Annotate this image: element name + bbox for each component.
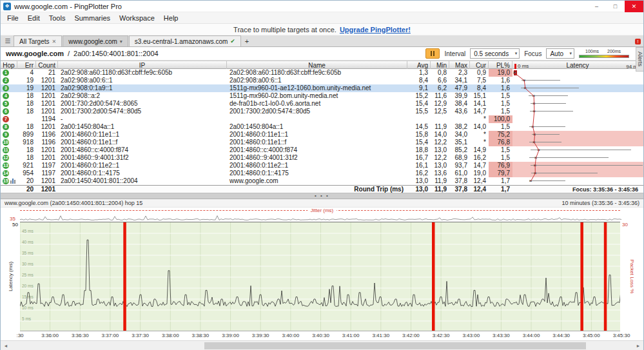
err-cell: 18	[17, 108, 36, 115]
timeline-graph-row: Latency (ms) 50 5 ms10 ms15 ms20 ms25 ms…	[1, 222, 643, 331]
alerts-side-tab[interactable]: Alerts	[636, 47, 643, 72]
tab-all-targets[interactable]: All Targets ✕	[14, 35, 62, 46]
cur-cell: 14,1	[470, 100, 489, 108]
name-cell: 2001:4860:0:11e1::f	[227, 139, 407, 146]
table-row[interactable]: 111812012001:4860::c:4000:f8742001:4860:…	[1, 146, 643, 154]
table-row[interactable]: 31912012a02:908:0:1a9::11511g-mx960-01-a…	[1, 84, 643, 92]
scrollbar-thumb[interactable]	[204, 342, 586, 349]
name-cell: de-fra01b-rc1-lo0-0.v6.aorta.net	[227, 100, 407, 108]
table-row[interactable]: 51812012001:730:2d00:5474::8065de-fra01b…	[1, 100, 643, 108]
jitter-axis-max: 35	[10, 216, 15, 222]
avg-latency-marker: ×	[531, 124, 534, 130]
table-row[interactable]: 1091811962001:4860:0:11e1::f2001:4860:0:…	[1, 139, 643, 146]
svg-text:20 ms: 20 ms	[22, 284, 34, 288]
max-cell: 37,8	[449, 177, 470, 185]
packet-loss-cell: 19,0	[489, 69, 512, 77]
table-row[interactable]: 81812012a00:1450:804a::12a00:1450:804a::…	[1, 123, 643, 131]
table-row[interactable]: 41812012a02:908::a:21511g-mx960-02.bom.u…	[1, 92, 643, 100]
name-cell: 2001:4860::c:4000:f874	[227, 146, 407, 154]
ip-cell: -	[58, 115, 227, 123]
min-max-whisker	[522, 80, 560, 81]
check-icon: ✔	[230, 38, 235, 44]
ip-cell: 2001:4860:0:1::4175	[58, 170, 227, 177]
count-cell: 1196	[36, 131, 58, 139]
hop-cell: 10	[1, 139, 17, 146]
table-row[interactable]: 71194-*100,0	[1, 115, 643, 123]
table-row[interactable]: 989911962001:4860:0:11e1::12001:4860:0:1…	[1, 131, 643, 139]
targets-menu-icon[interactable]: ☰	[2, 35, 14, 46]
avg-cell: 9,1	[407, 84, 431, 92]
name-cell: 1511g-mx960-01-ae12-1060.bom.unity-media…	[227, 84, 407, 92]
max-cell: 93,7	[449, 162, 470, 170]
menu-edit[interactable]: Edit	[23, 12, 44, 23]
avg-cell: 16,7	[407, 154, 431, 162]
ip-cell: 2a02:908:a60:1180:d63f:cbff:fe9c:605b	[58, 69, 227, 77]
min-cell: 12,2	[431, 154, 449, 162]
count-cell: 1196	[36, 139, 58, 146]
scroll-right-icon[interactable]: ►	[633, 341, 643, 350]
cur-cell: 14,7	[470, 162, 489, 170]
add-target-tab-button[interactable]: +	[242, 35, 252, 46]
legend-200ms-label: 200ms	[607, 49, 621, 53]
scroll-left-icon[interactable]: ◄	[1, 341, 11, 350]
latency-graph-cell: ×	[512, 162, 643, 170]
cur-cell: 14,0	[470, 123, 489, 131]
min-cell: 13,6	[431, 170, 449, 177]
promo-bar: Trace to multiple targets at once. Upgra…	[1, 24, 643, 35]
host-ip-separator: /	[68, 50, 70, 57]
x-axis-tick-label: 3:44:30	[552, 333, 570, 338]
min-cell: 11,9	[431, 123, 449, 131]
table-row[interactable]: 1392111972001:4860:0:11e2::12001:4860:0:…	[1, 162, 643, 170]
latency-graph-cell	[512, 115, 643, 123]
minimize-button[interactable]: –	[587, 1, 606, 12]
cur-cell: 16,2	[470, 154, 489, 162]
footer-pl: 1,7	[489, 186, 512, 193]
min-max-whisker	[529, 180, 565, 181]
table-row[interactable]: 61812012001:7300:2d00:5474::80d52001:730…	[1, 108, 643, 115]
hop-cell: 7	[1, 115, 17, 123]
hop-number-badge: 10	[3, 139, 9, 146]
name-cell: 2001:7300:2d00:5474::80d5	[227, 108, 407, 115]
panel-splitter-handle[interactable]: • • •	[1, 193, 643, 199]
table-row[interactable]: 121812012001:4860::9:4001:31f22001:4860:…	[1, 154, 643, 162]
packet-loss-cell: 1,5	[489, 108, 512, 115]
err-cell: 899	[17, 131, 36, 139]
menu-file[interactable]: File	[3, 12, 23, 23]
hop-cell: 6	[1, 108, 17, 115]
table-row[interactable]: 1495411972001:4860:0:1::41752001:4860:0:…	[1, 170, 643, 177]
ip-cell: 2a00:1450:804a::1	[58, 123, 227, 131]
pause-icon	[433, 51, 434, 56]
x-axis-tick-label: 3:36:00	[41, 333, 59, 338]
hop-cell: 5	[1, 100, 17, 108]
menu-summaries[interactable]: Summaries	[70, 12, 115, 23]
interval-select[interactable]: 0.5 seconds ▾	[470, 48, 520, 59]
count-cell: 21	[36, 69, 58, 77]
menu-workspace[interactable]: Workspace	[115, 12, 159, 23]
tab-www-google-com[interactable]: www.google.com ▾	[63, 35, 128, 46]
target-ip: 2a00:1450:4001:801::2004	[73, 50, 159, 57]
alert-badge-icon[interactable]: !	[635, 39, 641, 44]
scale-marker-icon	[514, 64, 516, 69]
count-cell: 1197	[36, 170, 58, 177]
maximize-button[interactable]: □	[606, 1, 625, 12]
chevron-down-icon[interactable]: ▾	[120, 39, 122, 44]
table-row[interactable]: 14212a02:908:a60:1180:d63f:cbff:fe9c:605…	[1, 69, 643, 77]
menu-help[interactable]: Help	[159, 12, 183, 23]
pause-button[interactable]	[425, 48, 440, 59]
count-cell: 1201	[36, 123, 58, 131]
focus-select[interactable]: Auto ▾	[546, 48, 574, 59]
timeline-scrollbar[interactable]: ◄ ►	[1, 340, 643, 350]
menu-tools[interactable]: Tools	[44, 12, 70, 23]
table-row[interactable]: 21912012a02:908:a00:6::12a02:908:a00:6::…	[1, 77, 643, 84]
tab-s3-amazonaws[interactable]: s3.eu-central-1.amazonaws.com ✔	[129, 35, 241, 46]
jitter-strip: Jitter (ms) 35	[1, 208, 643, 222]
upgrade-link[interactable]: Upgrade PingPlotter!	[340, 26, 411, 34]
timeline-graph[interactable]: 5 ms10 ms15 ms20 ms25 ms30 ms35 ms40 ms4…	[20, 222, 620, 331]
table-row[interactable]: 152012012a00:1450:4001:801::2004www.goog…	[1, 177, 643, 185]
hop-number-badge: 14	[3, 170, 9, 177]
tab-close-icon[interactable]: ✕	[52, 39, 57, 44]
x-axis-tick-label: 3:39:30	[252, 333, 269, 338]
close-button[interactable]: ✕	[625, 1, 643, 12]
x-axis-tick-label: 3:38:00	[162, 333, 179, 338]
avg-latency-marker: ×	[523, 78, 526, 83]
